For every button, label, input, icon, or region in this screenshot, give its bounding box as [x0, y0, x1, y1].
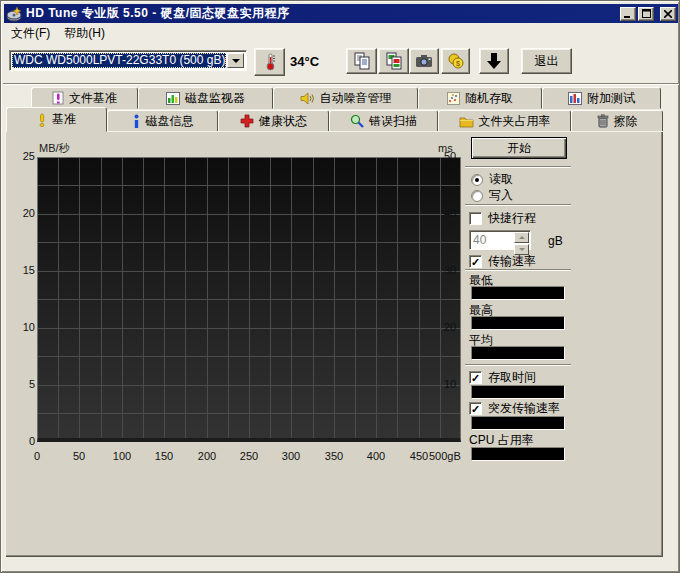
menu-help[interactable]: 帮助(H): [57, 23, 112, 44]
start-button[interactable]: 开始: [471, 137, 567, 159]
hdtune-window: HD Tune 专业版 5.50 - 硬盘/固态硬盘实用程序 文件(F) 帮助(…: [0, 0, 680, 573]
drive-select[interactable]: WDC WD5000LPVT-22G33T0 (500 gB): [9, 50, 247, 71]
tab-random-access[interactable]: 随机存取: [418, 87, 542, 109]
transfer-rate-label: 传输速率: [488, 253, 536, 270]
save-results-button[interactable]: [479, 48, 509, 74]
disk-info-icon: [132, 114, 141, 128]
tab-disk-info[interactable]: 磁盘信息: [107, 110, 218, 132]
x-axis-tick: 300: [271, 450, 311, 462]
short-stroke-label: 快捷行程: [488, 210, 536, 227]
tab-health[interactable]: 健康状态: [218, 110, 329, 132]
tab-benchmark[interactable]: 基准: [6, 107, 107, 132]
x-axis-tick: 0: [17, 450, 57, 462]
x-axis-tick: 400: [356, 450, 396, 462]
copy-text-icon: [353, 52, 371, 70]
tab-error-scan[interactable]: 错误扫描: [329, 110, 438, 132]
acoustic-management-icon: [300, 92, 315, 105]
random-access-icon: [447, 92, 460, 105]
tab-file-benchmark[interactable]: 文件基准: [31, 87, 138, 109]
minimize-button[interactable]: [620, 7, 636, 21]
window-title: HD Tune 专业版 5.50 - 硬盘/固态硬盘实用程序: [26, 5, 616, 22]
donate-icon: $: [447, 53, 465, 69]
x-axis-tick: 250: [229, 450, 269, 462]
panel-separator: [465, 204, 571, 206]
extra-tests-icon: [568, 92, 582, 105]
title-bar[interactable]: HD Tune 专业版 5.50 - 硬盘/固态硬盘实用程序: [4, 4, 678, 23]
app-icon: [6, 6, 22, 22]
donate-button[interactable]: $: [441, 48, 470, 74]
tab-label: 磁盘监视器: [185, 90, 245, 107]
write-radio-label: 写入: [489, 187, 513, 204]
toolbar-separator: [3, 83, 679, 85]
avg-value-field: [471, 346, 565, 360]
write-radio[interactable]: 写入: [471, 187, 513, 204]
x-axis-tick: 350: [314, 450, 354, 462]
read-radio-label: 读取: [489, 171, 513, 188]
tab-label: 文件夹占用率: [479, 113, 551, 130]
right-axis-tick: 20: [444, 321, 468, 333]
transfer-rate-checkbox[interactable]: ✓ 传输速率: [469, 253, 536, 270]
burst-rate-label: 突发传输速率: [488, 400, 560, 417]
tab-extra-tests[interactable]: 附加测试: [542, 87, 661, 109]
access-time-checkbox[interactable]: ✓ 存取时间: [469, 369, 536, 386]
read-radio[interactable]: 读取: [471, 171, 513, 188]
tab-disk-monitor[interactable]: 磁盘监视器: [138, 87, 273, 109]
chevron-down-icon[interactable]: [227, 53, 244, 68]
tab-label: 基准: [52, 111, 76, 128]
copy-image-icon: [385, 52, 403, 70]
short-stroke-checkbox[interactable]: ✓ 快捷行程: [469, 210, 536, 227]
maximize-button[interactable]: [638, 7, 654, 21]
cpu-usage-field: [471, 447, 565, 461]
copy-image-button[interactable]: [378, 48, 409, 74]
left-axis-tick: 0: [9, 435, 35, 447]
temperature-value: 34°C: [290, 54, 319, 69]
tab-label: 附加测试: [587, 90, 635, 107]
left-axis-title: MB/秒: [39, 141, 70, 156]
benchmark-plot: [37, 157, 461, 442]
close-button[interactable]: [660, 7, 676, 21]
tab-label: 健康状态: [259, 113, 307, 130]
temperature-button[interactable]: [254, 48, 285, 76]
file-benchmark-icon: [52, 91, 64, 105]
panel-separator: [465, 364, 571, 366]
tab-label: 错误扫描: [369, 113, 417, 130]
menu-file[interactable]: 文件(F): [4, 23, 57, 44]
drive-select-value: WDC WD5000LPVT-22G33T0 (500 gB): [12, 53, 226, 68]
disk-monitor-icon: [166, 92, 180, 105]
thermometer-icon: [264, 53, 276, 71]
left-axis-tick: 20: [9, 207, 35, 219]
right-axis-tick: 50: [444, 150, 468, 162]
tab-label: 擦除: [614, 113, 638, 130]
max-value-field: [471, 316, 565, 330]
screenshot-button[interactable]: [409, 48, 439, 74]
left-axis-tick: 5: [9, 378, 35, 390]
x-axis-tick: 150: [144, 450, 184, 462]
burst-rate-field: [471, 416, 565, 430]
spinner-up-icon: [514, 232, 529, 243]
x-axis-tick: 100: [102, 450, 142, 462]
short-stroke-spinner: 40: [469, 230, 531, 250]
copy-text-button[interactable]: [346, 48, 377, 74]
tab-acoustic-management[interactable]: 自动噪音管理: [273, 87, 418, 109]
tab-row-primary: 基准 磁盘信息 健康状态 错误扫描 文件夹占用率 擦除: [6, 107, 663, 132]
folder-usage-icon: [459, 115, 474, 128]
menu-bar: 文件(F) 帮助(H): [4, 24, 678, 43]
checkbox-icon: ✓: [469, 402, 482, 415]
access-time-label: 存取时间: [488, 369, 536, 386]
x-axis-tick: 50: [59, 450, 99, 462]
tab-erase[interactable]: 擦除: [571, 110, 663, 132]
right-axis-tick: 10: [444, 378, 468, 390]
svg-text:$: $: [456, 60, 460, 67]
save-results-icon: [486, 52, 502, 70]
left-axis-tick: 15: [9, 264, 35, 276]
short-stroke-unit: gB: [548, 234, 563, 248]
panel-separator: [465, 269, 571, 271]
x-axis-tick: 200: [187, 450, 227, 462]
burst-rate-checkbox[interactable]: ✓ 突发传输速率: [469, 400, 560, 417]
tab-label: 文件基准: [69, 90, 117, 107]
right-axis-tick: 40: [444, 207, 468, 219]
tab-label: 随机存取: [465, 90, 513, 107]
exit-button[interactable]: 退出: [521, 48, 572, 74]
left-axis-tick: 25: [9, 150, 35, 162]
tab-folder-usage[interactable]: 文件夹占用率: [438, 110, 571, 132]
